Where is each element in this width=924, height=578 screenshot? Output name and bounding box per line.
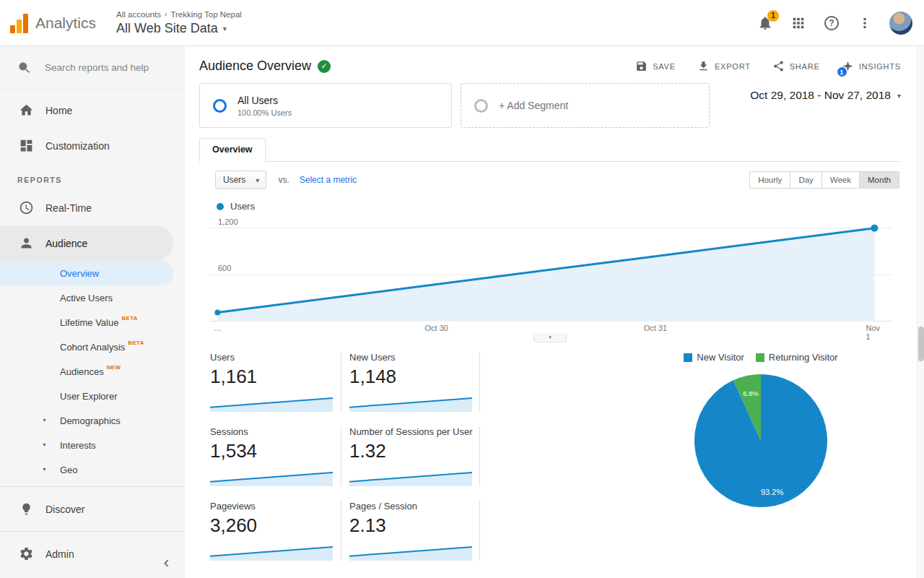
insights-button[interactable]: 1 INSIGHTS: [842, 60, 901, 72]
granularity-day-button[interactable]: Day: [790, 172, 821, 188]
verified-check-icon: ✓: [318, 60, 331, 73]
sidebar: Home Customization REPORTS Real-Time Aud…: [0, 46, 185, 578]
breadcrumb-separator-icon: ›: [165, 10, 167, 18]
more-menu-icon[interactable]: [856, 14, 873, 32]
legend-square-icon: [684, 353, 692, 362]
sidebar-item-realtime[interactable]: Real-Time: [0, 190, 185, 225]
metric-card-pageviews[interactable]: Pageviews 3,260: [210, 501, 341, 561]
sidebar-item-active-users[interactable]: Active Users: [0, 285, 185, 310]
user-avatar[interactable]: [889, 12, 912, 35]
help-icon[interactable]: ?: [823, 14, 840, 32]
segment-ring-icon: [213, 99, 227, 113]
property-selector[interactable]: All Web Site Data ▾: [116, 21, 242, 36]
visitor-pie-section: New Visitor Returning Visitor 93.2%6.8%: [677, 352, 845, 575]
line-chart-svg: [209, 220, 892, 322]
sidebar-item-interests[interactable]: ▼ Interests: [0, 433, 185, 457]
scrollbar-thumb[interactable]: [918, 327, 924, 361]
metric-card-sessions-per-user[interactable]: Number of Sessions per User 1.32: [341, 426, 479, 486]
insights-badge: 1: [837, 67, 847, 77]
clock-icon: [19, 200, 34, 215]
breadcrumb-account[interactable]: Trekking Top Nepal: [170, 10, 241, 19]
segment-all-users[interactable]: All Users 100.00% Users: [199, 83, 452, 128]
add-segment-ring-icon: [474, 99, 488, 113]
metric-sparkline: [210, 542, 333, 561]
expand-arrow-icon: ▼: [42, 467, 47, 472]
vs-label: vs.: [278, 175, 289, 185]
save-icon: [635, 60, 648, 72]
metric-sparkline: [349, 467, 472, 486]
top-app-bar: Analytics All accounts › Trekking Top Ne…: [0, 0, 924, 46]
main-content: Audience Overview ✓ SAVE EXPORT SHARE 1: [185, 46, 917, 578]
sidebar-item-demographics[interactable]: ▼ Demographics: [0, 408, 185, 433]
metric-card-pages-per-session[interactable]: Pages / Session 2.13: [341, 501, 479, 561]
save-button[interactable]: SAVE: [635, 60, 676, 72]
expand-arrow-icon: ▼: [42, 442, 47, 447]
add-segment-button[interactable]: + Add Segment: [461, 83, 710, 128]
metric-sparkline: [210, 467, 333, 486]
metric-sparkline: [210, 393, 333, 412]
sidebar-search[interactable]: [0, 46, 185, 90]
analytics-logo-icon[interactable]: [10, 13, 28, 33]
x-axis-tick: Nov 1: [866, 324, 884, 341]
sidebar-collapse-chevron-icon[interactable]: ‹: [164, 555, 169, 571]
sidebar-item-customization[interactable]: Customization: [0, 128, 185, 163]
sidebar-item-discover[interactable]: Discover: [0, 491, 185, 527]
segment-detail: 100.00% Users: [237, 108, 292, 117]
caret-down-icon: ▾: [897, 92, 901, 100]
sidebar-item-admin[interactable]: Admin: [0, 536, 185, 571]
sidebar-item-audiences[interactable]: Audiences NEW: [0, 359, 185, 384]
customization-icon: [19, 138, 34, 153]
sidebar-item-geo[interactable]: ▼ Geo: [0, 457, 185, 482]
legend-dot-icon: [217, 203, 224, 210]
page-title: Audience Overview ✓: [199, 59, 331, 74]
breadcrumb-all-accounts[interactable]: All accounts: [116, 10, 161, 19]
x-axis-labels: … Oct 30 Oct 31 Nov 1: [209, 324, 892, 335]
sidebar-item-cohort-analysis[interactable]: Cohort Analysis BETA: [0, 335, 185, 359]
new-badge: NEW: [107, 364, 121, 371]
users-line-chart[interactable]: 1,200 600: [209, 220, 892, 322]
visitor-pie-chart[interactable]: 93.2%6.8%: [692, 372, 829, 509]
report-tabbar: Overview: [199, 138, 901, 162]
granularity-hourly-button[interactable]: Hourly: [750, 172, 790, 188]
metric-dropdown[interactable]: Users ▾: [215, 171, 266, 189]
brand-name: Analytics: [35, 14, 96, 32]
y-axis-tick: 600: [218, 264, 231, 272]
apps-grid-icon[interactable]: [790, 14, 807, 32]
legend-returning-visitor: Returning Visitor: [756, 352, 838, 363]
sidebar-item-lifetime-value[interactable]: Lifetime Value BETA: [0, 310, 185, 335]
x-axis-tick: …: [214, 324, 222, 332]
tab-overview[interactable]: Overview: [199, 138, 266, 162]
notifications-bell-icon[interactable]: 1: [757, 14, 774, 32]
metrics-grid: Users 1,161 New Users 1,148 Sessions 1,5…: [210, 352, 502, 575]
scrollbar-track[interactable]: [917, 46, 924, 578]
export-button[interactable]: EXPORT: [697, 60, 751, 72]
beta-badge: BETA: [128, 340, 144, 346]
granularity-week-button[interactable]: Week: [821, 172, 859, 188]
select-metric-link[interactable]: Select a metric: [300, 175, 357, 185]
sidebar-item-home[interactable]: Home: [0, 92, 185, 128]
gear-icon: [19, 546, 34, 561]
person-icon: [19, 236, 34, 251]
account-breadcrumb[interactable]: All accounts › Trekking Top Nepal All We…: [116, 10, 242, 36]
pie-legend: New Visitor Returning Visitor: [684, 352, 837, 363]
reports-section-heading: REPORTS: [0, 163, 185, 190]
sidebar-item-audience[interactable]: Audience: [0, 225, 173, 261]
notification-badge: 1: [767, 10, 779, 22]
search-input[interactable]: [45, 62, 173, 73]
metric-card-users[interactable]: Users 1,161: [210, 352, 341, 412]
x-axis-tick: Oct 30: [424, 324, 448, 332]
metric-card-new-users[interactable]: New Users 1,148: [341, 352, 479, 412]
caret-down-icon: ▾: [256, 176, 259, 184]
search-icon: [17, 61, 32, 75]
granularity-month-button[interactable]: Month: [859, 172, 899, 188]
metric-sparkline: [349, 542, 472, 561]
date-range-picker[interactable]: Oct 29, 2018 - Nov 27, 2018 ▾: [750, 83, 901, 102]
legend-new-visitor: New Visitor: [684, 352, 744, 363]
beta-badge: BETA: [121, 315, 137, 322]
share-button[interactable]: SHARE: [772, 60, 820, 72]
sidebar-item-overview[interactable]: Overview: [0, 261, 173, 285]
legend-square-icon: [756, 353, 764, 362]
lightbulb-icon: [19, 501, 34, 517]
sidebar-item-user-explorer[interactable]: User Explorer: [0, 384, 185, 408]
metric-card-sessions[interactable]: Sessions 1,534: [210, 426, 341, 486]
